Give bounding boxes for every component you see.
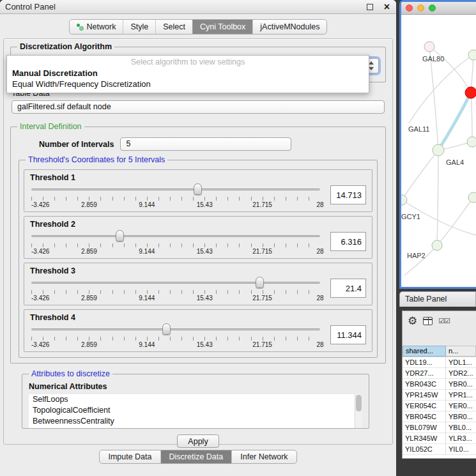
network-window-titlebar[interactable] — [401, 2, 476, 15]
network-node-label: GAL80 — [422, 55, 444, 63]
network-node[interactable] — [468, 50, 476, 60]
table-body[interactable]: YDL19...YDL1...YDR27...YDR2...YBR043CYBR… — [403, 357, 476, 459]
threshold-slider[interactable]: -3.4262.8599.14415.4321.71528 — [30, 183, 321, 211]
network-node[interactable] — [465, 87, 476, 98]
apply-button[interactable]: Apply — [177, 434, 219, 448]
table-row[interactable]: YIL052CYIL0... — [403, 444, 476, 455]
table-data-combobox[interactable]: galFiltered.sif default node — [12, 100, 385, 114]
table-row[interactable]: YBR043CYBR0... — [403, 379, 476, 390]
attribute-list[interactable]: SelfLoopsTopologicalCoefficientBetweenne… — [29, 394, 362, 428]
table-cell[interactable]: YBR045C — [403, 411, 446, 422]
table-cell[interactable]: YPR145W — [403, 390, 446, 400]
table-cell[interactable]: YBR0... — [446, 379, 476, 389]
table-cell[interactable]: YBL079W — [403, 422, 446, 433]
undock-icon[interactable] — [367, 4, 373, 10]
table-cell[interactable]: YBL0... — [446, 422, 476, 433]
slider-tick-labels: -3.4262.8599.14415.4321.71528 — [31, 201, 320, 210]
close-icon[interactable]: × — [384, 1, 390, 13]
select-columns-icon[interactable]: ☑☑ — [438, 317, 450, 325]
table-cell[interactable]: YER054C — [403, 401, 446, 411]
table-row[interactable]: YBL079WYBL0... — [403, 422, 476, 433]
threshold-slider-row: -3.4262.8599.14415.4321.71528 21.4 — [30, 276, 366, 304]
network-view-window[interactable]: GAL80GAL11GAL4GCY1HAP2 — [399, 0, 476, 289]
table-row[interactable]: YLR345WYLR3... — [403, 433, 476, 444]
table-header: shared... n... — [403, 346, 476, 357]
threshold-slider[interactable]: -3.4262.8599.14415.4321.71528 — [30, 229, 321, 257]
slider-thumb[interactable] — [116, 230, 124, 242]
table-cell[interactable]: YDL1... — [446, 357, 476, 367]
panel-title: Control Panel — [0, 0, 396, 14]
table-panel-titlebar[interactable]: Table Panel — [399, 291, 476, 307]
close-traffic-light[interactable] — [406, 4, 413, 12]
list-item[interactable]: TopologicalCoefficient — [29, 405, 362, 416]
tick-label: 9.144 — [139, 295, 155, 302]
number-of-intervals-combobox[interactable]: 5 — [120, 137, 291, 151]
network-node[interactable] — [433, 144, 444, 156]
columns-icon[interactable] — [423, 317, 433, 325]
table-cell[interactable]: YDR27... — [403, 368, 446, 378]
network-node[interactable] — [424, 42, 434, 52]
tab-network[interactable]: Network — [70, 20, 123, 34]
dropdown-option[interactable]: Equal Width/Frequency Discretization — [7, 79, 369, 89]
slider-thumb[interactable] — [162, 323, 171, 335]
network-node[interactable] — [467, 137, 476, 147]
tick-label: 28 — [316, 295, 323, 302]
control-panel-titlebar[interactable]: Control Panel × — [0, 0, 396, 14]
table-cell[interactable]: YDR2... — [446, 368, 476, 378]
combo-arrows-icon[interactable] — [369, 61, 374, 70]
table-row[interactable]: YDL19...YDL1... — [403, 357, 476, 368]
minimize-traffic-light[interactable] — [417, 4, 424, 12]
slider-track[interactable] — [31, 235, 320, 237]
table-cell[interactable]: YLR3... — [446, 433, 476, 443]
table-cell[interactable]: YER0... — [446, 401, 476, 411]
slider-thumb[interactable] — [194, 183, 202, 195]
table-row[interactable]: YBR045CYBR0... — [403, 411, 476, 422]
bottom-tab-impute-data[interactable]: Impute Data — [100, 450, 160, 463]
tab-select[interactable]: Select — [155, 20, 192, 34]
slider-thumb[interactable] — [256, 277, 264, 288]
list-item[interactable]: BetweennessCentrality — [29, 416, 362, 427]
table-cell[interactable]: YDL19... — [403, 357, 446, 367]
slider-track[interactable] — [31, 188, 320, 190]
slider-track[interactable] — [31, 282, 320, 284]
network-node[interactable] — [432, 240, 442, 250]
slider-ruler — [31, 290, 320, 294]
bottom-tab-discretize-data[interactable]: Discretize Data — [160, 450, 232, 463]
threshold-panel: Threshold 2 -3.4262.8599.14415.4321.7152… — [24, 216, 372, 259]
threshold-slider-row: -3.4262.8599.14415.4321.71528 14.713 — [30, 183, 366, 211]
dropdown-option[interactable]: Manual Discretization — [7, 68, 369, 79]
network-node[interactable] — [468, 192, 476, 203]
gear-icon[interactable]: ⚙ — [408, 316, 417, 326]
threshold-slider[interactable]: -3.4262.8599.14415.4321.71528 — [30, 276, 321, 304]
table-row[interactable]: YDR27...YDR2... — [403, 368, 476, 379]
threshold-slider[interactable]: -3.4262.8599.14415.4321.71528 — [30, 323, 321, 351]
slider-track[interactable] — [31, 328, 320, 330]
list-item[interactable]: SelfLoops — [29, 394, 362, 405]
network-node-label: GCY1 — [401, 213, 420, 220]
attribute-list-scrollbar[interactable] — [355, 394, 362, 428]
network-canvas-svg: GAL80GAL11GAL4GCY1HAP2 — [401, 15, 476, 287]
tab-jactivemnodules[interactable]: jActiveMNodules — [252, 20, 326, 34]
table-cell[interactable]: YIL0... — [446, 444, 476, 454]
table-cell[interactable]: YLR345W — [403, 433, 446, 443]
table-row[interactable]: YPR145WYPR1... — [403, 390, 476, 401]
group-legend: Interval Definition — [17, 122, 84, 131]
column-header-name[interactable]: n... — [446, 346, 476, 357]
zoom-traffic-light[interactable] — [429, 4, 436, 12]
tab-style[interactable]: Style — [123, 20, 155, 34]
control-panel: Control Panel × NetworkStyleSelectCyni T… — [0, 0, 396, 476]
table-cell[interactable]: YBR043C — [403, 379, 446, 389]
table-cell[interactable]: YBR0... — [446, 411, 476, 422]
table-cell[interactable]: YIL052C — [403, 444, 446, 454]
table-cell[interactable]: YPR1... — [446, 390, 476, 400]
table-row[interactable]: YER054CYER0... — [403, 401, 476, 411]
scrollbar-thumb[interactable] — [356, 395, 362, 411]
tab-cyni-toolbox[interactable]: Cyni Toolbox — [192, 20, 252, 34]
thresholds-host: Threshold 1 -3.4262.8599.14415.4321.7152… — [24, 169, 372, 352]
threshold-label: Threshold 3 — [30, 266, 366, 275]
network-node[interactable] — [401, 195, 407, 205]
bottom-tab-infer-network[interactable]: Infer Network — [231, 450, 296, 463]
network-node-label: GAL11 — [408, 125, 429, 133]
network-canvas[interactable]: GAL80GAL11GAL4GCY1HAP2 — [401, 15, 476, 287]
column-header-shared-name[interactable]: shared... — [403, 346, 446, 357]
